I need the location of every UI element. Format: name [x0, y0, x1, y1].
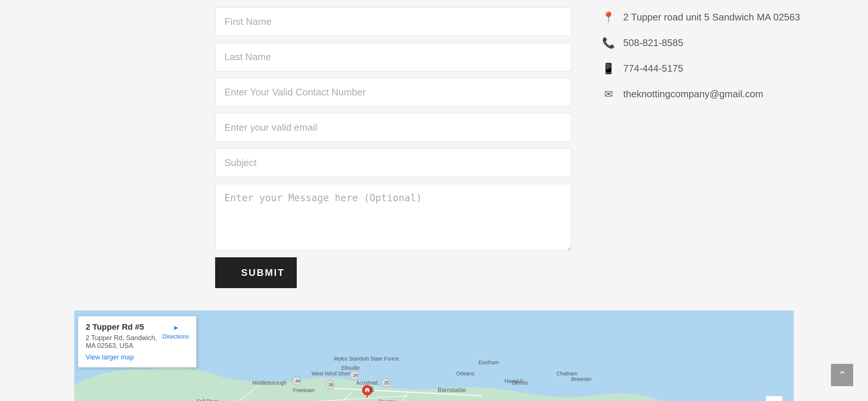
svg-text:Orleans: Orleans: [456, 371, 474, 376]
last-name-input[interactable]: [215, 43, 571, 71]
email-item: ✉ theknottingcompany@gmail.com: [601, 88, 823, 100]
email-icon: ✉: [601, 88, 616, 100]
svg-text:25: 25: [384, 381, 389, 385]
message-textarea[interactable]: [215, 184, 571, 251]
first-name-input[interactable]: [215, 7, 571, 36]
map-section: Marlon Rochester Bourne Barnstable Denni…: [74, 310, 794, 401]
page-container: SUBMIT 📍 2 Tupper road unit 5 Sandwich M…: [0, 0, 868, 401]
svg-text:Fall River: Fall River: [197, 398, 218, 401]
email-text: theknottingcompany@gmail.com: [623, 88, 763, 100]
svg-text:Acushnet: Acushnet: [356, 380, 378, 386]
svg-text:44: 44: [296, 379, 300, 383]
contact-form: SUBMIT: [215, 7, 571, 288]
scroll-to-top-button[interactable]: ⌃: [831, 364, 853, 386]
svg-text:Bourne: Bourne: [378, 398, 395, 401]
svg-text:5: 5: [370, 386, 374, 394]
svg-text:Barnstable: Barnstable: [438, 387, 466, 393]
location-icon: 📍: [601, 11, 616, 23]
map-popup-title: 2 Tupper Rd #5: [86, 322, 162, 332]
phone-icon: 📞: [601, 37, 616, 49]
content-area: SUBMIT 📍 2 Tupper road unit 5 Sandwich M…: [0, 0, 868, 310]
svg-text:Ellisville: Ellisville: [341, 365, 360, 371]
svg-text:West Wind Shores: West Wind Shores: [312, 371, 355, 376]
phone1-text: 508-821-8585: [623, 37, 683, 49]
svg-text:Eastham: Eastham: [479, 359, 499, 365]
svg-text:Middleborough: Middleborough: [252, 380, 287, 386]
address-item: 📍 2 Tupper road unit 5 Sandwich MA 02563: [601, 11, 823, 23]
phone2-item: 📱 774-444-5175: [601, 62, 823, 75]
map-background: Marlon Rochester Bourne Barnstable Denni…: [74, 310, 794, 401]
svg-text:Brewster: Brewster: [571, 376, 592, 382]
svg-text:Myles Standish State Forest: Myles Standish State Forest: [334, 356, 399, 362]
phone1-item: 📞 508-821-8585: [601, 37, 823, 49]
chevron-up-icon: ⌃: [838, 369, 846, 381]
email-input[interactable]: [215, 113, 571, 142]
svg-text:Harwich: Harwich: [504, 378, 523, 384]
address-text: 2 Tupper road unit 5 Sandwich MA 02563: [623, 12, 800, 23]
svg-text:Freetown: Freetown: [293, 387, 315, 393]
directions-icon: ➤: [173, 324, 178, 332]
zoom-in-button[interactable]: +: [766, 396, 782, 401]
map-container[interactable]: Marlon Rochester Bourne Barnstable Denni…: [74, 310, 794, 401]
map-zoom-controls: + −: [766, 396, 783, 401]
phone2-text: 774-444-5175: [623, 63, 683, 74]
directions-label[interactable]: Directions: [162, 333, 189, 340]
mobile-icon: 📱: [601, 62, 616, 75]
map-popup-address: 2 Tupper Rd, Sandwich, MA 02563, USA: [86, 334, 162, 350]
svg-text:24: 24: [353, 373, 358, 378]
submit-button[interactable]: SUBMIT: [215, 257, 297, 288]
contact-info: 📍 2 Tupper road unit 5 Sandwich MA 02563…: [601, 7, 823, 100]
subject-input[interactable]: [215, 149, 571, 177]
svg-text:28: 28: [329, 382, 333, 387]
svg-text:Chatham: Chatham: [556, 371, 578, 376]
phone-input[interactable]: [215, 78, 571, 107]
map-popup: 2 Tupper Rd #5 2 Tupper Rd, Sandwich, MA…: [78, 316, 197, 368]
view-larger-map-link[interactable]: View larger map: [86, 353, 162, 361]
